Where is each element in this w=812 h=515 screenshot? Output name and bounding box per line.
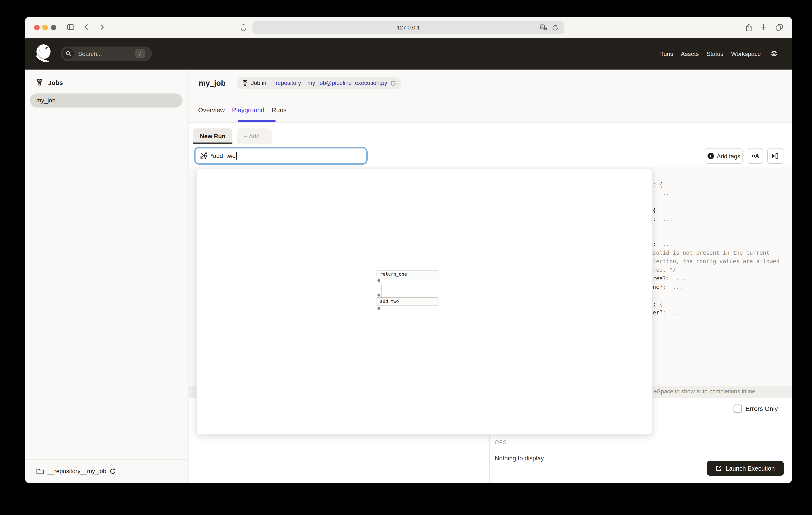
window-zoom-button[interactable] xyxy=(51,25,56,30)
search-placeholder: Search... xyxy=(78,50,135,57)
job-tabs: Overview Playground Runs xyxy=(198,106,287,113)
new-tab-icon[interactable] xyxy=(760,24,767,30)
ops-empty-message: Nothing to display. xyxy=(495,455,545,461)
search-shortcut-badge: / xyxy=(135,49,145,58)
content: Jobs my_job __repository__my_job xyxy=(25,69,792,483)
app-header: Search... / Runs Assets Status Workspace xyxy=(25,38,792,69)
search-icon xyxy=(63,48,74,59)
editor-help-text: +Space to show auto-completions inline. xyxy=(654,388,757,395)
page-reload-icon[interactable] xyxy=(552,24,559,31)
node-label: add_two xyxy=(380,299,399,304)
job-graph-icon xyxy=(241,80,248,86)
config-line: : { xyxy=(653,300,780,308)
config-line: ne?: ... xyxy=(653,283,780,291)
tab-runs[interactable]: Runs xyxy=(272,106,287,113)
config-line: : ... xyxy=(653,214,780,223)
app-nav: Runs Assets Status Workspace xyxy=(659,38,778,69)
active-tab-underline xyxy=(238,120,276,122)
plus-circle-icon: + xyxy=(707,153,714,159)
config-line xyxy=(653,291,780,300)
config-line: : { xyxy=(653,180,780,189)
job-context-pill: Job in __repository__my_job@pipeline_exe… xyxy=(236,77,401,89)
context-reload-icon[interactable] xyxy=(390,80,396,86)
output-port-icon xyxy=(377,279,380,282)
autocomplete-toggle-button[interactable]: ••A xyxy=(747,148,763,164)
op-selector-value: *add_two xyxy=(211,152,236,159)
run-preview-toggle-button[interactable] xyxy=(767,148,783,164)
svg-text:A: A xyxy=(541,25,543,29)
dagster-logo[interactable] xyxy=(35,44,52,63)
back-icon[interactable] xyxy=(84,24,88,30)
session-tab-label: New Run xyxy=(200,133,226,140)
tab-playground[interactable]: Playground xyxy=(232,106,264,113)
graph-node-return-one[interactable]: return_one xyxy=(377,270,438,278)
share-icon[interactable] xyxy=(745,24,752,32)
add-session-label: + Add... xyxy=(244,133,265,140)
add-tags-button[interactable]: + Add tags xyxy=(705,148,743,164)
folder-icon xyxy=(36,468,44,475)
playground-toolbar: *add_two + Add tags ••A xyxy=(189,144,792,167)
nav-runs[interactable]: Runs xyxy=(659,51,673,57)
browser-chrome: 127.0.0.1 Ax xyxy=(25,17,792,38)
forward-icon[interactable] xyxy=(100,24,104,30)
sidebar-toggle-icon[interactable] xyxy=(67,24,74,30)
search-input[interactable]: Search... / xyxy=(61,46,152,61)
job-context-link[interactable]: __repository__my_job@pipeline_execution.… xyxy=(269,80,387,86)
launch-execution-button[interactable]: Launch Execution xyxy=(707,461,784,476)
tab-overview-icon[interactable] xyxy=(776,24,783,31)
jobs-section-title: Jobs xyxy=(48,79,63,86)
config-line xyxy=(653,232,780,240)
launch-execution-label: Launch Execution xyxy=(726,465,775,472)
url-text: 127.0.0.1 xyxy=(253,24,564,31)
jobs-section-header: Jobs xyxy=(36,79,63,86)
nav-status[interactable]: Status xyxy=(706,51,723,57)
screenshot: 127.0.0.1 Ax xyxy=(0,0,812,515)
output-port-icon xyxy=(377,306,380,309)
input-port-icon xyxy=(377,294,380,297)
window-close-button[interactable] xyxy=(34,25,39,30)
session-tab-new-run[interactable]: New Run xyxy=(193,129,232,144)
graph-node-add-two[interactable]: add_two xyxy=(377,297,438,305)
svg-text:x: x xyxy=(545,28,546,30)
errors-only-checkbox[interactable] xyxy=(733,404,742,413)
config-line: red. */ xyxy=(653,266,780,274)
translate-icon[interactable]: Ax xyxy=(540,24,547,31)
config-line: lection, the config values are allowed xyxy=(653,257,780,266)
repository-name: __repository__my_job xyxy=(48,468,107,475)
privacy-shield-icon[interactable] xyxy=(240,24,246,31)
edge-line xyxy=(381,284,382,297)
repository-footer: __repository__my_job xyxy=(25,459,188,483)
external-link-icon xyxy=(716,465,722,471)
config-line: solid is not present in the current xyxy=(653,248,780,257)
node-label: return_one xyxy=(380,271,407,276)
ops-section-title: OPS xyxy=(495,439,506,445)
play-panel-icon xyxy=(772,153,779,159)
nav-assets[interactable]: Assets xyxy=(681,51,699,57)
main-panel: my_job Job in __repository__my_job@pipel… xyxy=(189,69,792,483)
op-selector-input[interactable]: *add_two xyxy=(194,146,368,165)
config-line: { xyxy=(653,206,780,214)
jobs-sidebar: Jobs my_job __repository__my_job xyxy=(25,69,189,483)
window-minimize-button[interactable] xyxy=(42,25,48,30)
errors-only-label: Errors Only xyxy=(746,405,778,412)
config-editor-lines: : { ...{: ...: ...solid is not present i… xyxy=(653,180,780,317)
page-title: my_job xyxy=(199,79,226,88)
repository-reload-icon[interactable] xyxy=(110,468,116,475)
config-line: er?: ... xyxy=(653,308,780,317)
config-line xyxy=(653,223,780,232)
config-line: ... xyxy=(653,189,780,197)
nav-workspace[interactable]: Workspace xyxy=(731,51,761,57)
config-line: ree?: ... xyxy=(653,274,780,283)
settings-gear-icon[interactable] xyxy=(770,50,778,58)
text-caret xyxy=(236,152,237,160)
sidebar-item-my-job[interactable]: my_job xyxy=(30,93,182,107)
sidebar-item-label: my_job xyxy=(36,97,55,104)
jobs-icon xyxy=(36,79,43,86)
add-tags-label: Add tags xyxy=(717,153,741,159)
job-context-prefix: Job in xyxy=(251,80,266,86)
tab-overview[interactable]: Overview xyxy=(198,106,225,113)
config-line xyxy=(653,197,780,206)
url-field[interactable]: 127.0.0.1 Ax xyxy=(253,21,564,34)
job-header: my_job Job in __repository__my_job@pipel… xyxy=(189,69,792,123)
session-tab-add[interactable]: + Add... xyxy=(236,129,272,144)
